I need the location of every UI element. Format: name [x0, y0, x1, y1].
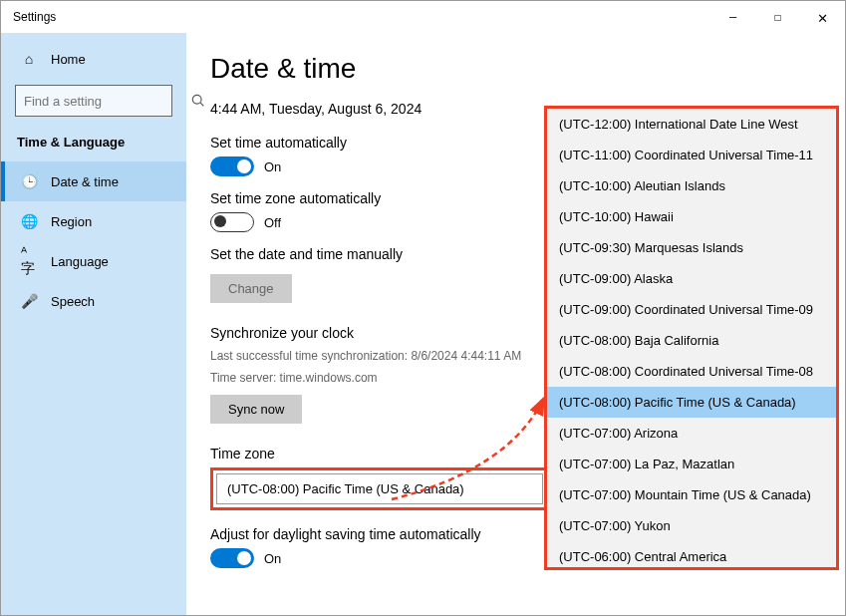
home-nav[interactable]: ⌂ Home	[1, 41, 186, 77]
tz-option[interactable]: (UTC-08:00) Baja California	[547, 325, 836, 356]
sync-now-button[interactable]: Sync now	[210, 395, 302, 424]
close-button[interactable]: ✕	[800, 1, 845, 33]
sidebar-category: Time & Language	[1, 123, 186, 161]
titlebar: Settings — ☐ ✕	[1, 1, 845, 33]
sidebar: ⌂ Home Time & Language 🕒Date & time🌐Regi…	[1, 33, 186, 615]
set-time-auto-state: On	[264, 159, 281, 174]
sidebar-item-label: Speech	[51, 294, 95, 309]
home-icon: ⌂	[21, 51, 37, 67]
set-time-auto-toggle[interactable]	[210, 156, 254, 176]
minimize-button[interactable]: —	[710, 1, 755, 33]
sidebar-item-label: Region	[51, 214, 92, 229]
search-input[interactable]	[24, 94, 191, 109]
tz-option[interactable]: (UTC-08:00) Coordinated Universal Time-0…	[547, 356, 836, 387]
tz-select[interactable]: (UTC-08:00) Pacific Time (US & Canada)	[216, 473, 543, 504]
tz-option[interactable]: (UTC-06:00) Central America	[547, 541, 836, 567]
home-label: Home	[51, 52, 86, 67]
sidebar-item-date-time[interactable]: 🕒Date & time	[1, 161, 186, 201]
language-icon: ᴬ字	[21, 253, 37, 269]
sidebar-item-region[interactable]: 🌐Region	[1, 201, 186, 241]
region-icon: 🌐	[21, 213, 37, 229]
dst-toggle[interactable]	[210, 548, 254, 568]
tz-option[interactable]: (UTC-10:00) Aleutian Islands	[547, 170, 836, 201]
sidebar-item-label: Language	[51, 254, 109, 269]
tz-highlight: (UTC-08:00) Pacific Time (US & Canada)	[210, 467, 549, 510]
date-time-icon: 🕒	[21, 173, 37, 189]
tz-option[interactable]: (UTC-08:00) Pacific Time (US & Canada)	[547, 387, 836, 418]
search-box[interactable]	[15, 85, 172, 117]
tz-dropdown-list[interactable]: (UTC-12:00) International Date Line West…	[547, 109, 836, 567]
sidebar-item-speech[interactable]: 🎤Speech	[1, 281, 186, 321]
tz-dropdown: (UTC-12:00) International Date Line West…	[544, 106, 839, 570]
change-button[interactable]: Change	[210, 274, 292, 303]
window-title: Settings	[13, 10, 56, 24]
tz-option[interactable]: (UTC-07:00) Mountain Time (US & Canada)	[547, 479, 836, 510]
sidebar-item-language[interactable]: ᴬ字Language	[1, 241, 186, 281]
sidebar-item-label: Date & time	[51, 174, 119, 189]
tz-option[interactable]: (UTC-09:30) Marquesas Islands	[547, 232, 836, 263]
page-title: Date & time	[210, 53, 821, 85]
tz-option[interactable]: (UTC-11:00) Coordinated Universal Time-1…	[547, 140, 836, 170]
speech-icon: 🎤	[21, 293, 37, 309]
maximize-button[interactable]: ☐	[755, 1, 800, 33]
set-tz-auto-state: Off	[264, 215, 281, 230]
tz-option[interactable]: (UTC-07:00) Arizona	[547, 418, 836, 449]
tz-option[interactable]: (UTC-07:00) Yukon	[547, 510, 836, 541]
tz-option[interactable]: (UTC-07:00) La Paz, Mazatlan	[547, 449, 836, 479]
dst-state: On	[264, 551, 281, 566]
tz-option[interactable]: (UTC-09:00) Coordinated Universal Time-0…	[547, 294, 836, 325]
tz-option[interactable]: (UTC-09:00) Alaska	[547, 263, 836, 294]
set-tz-auto-toggle[interactable]	[210, 212, 254, 232]
tz-option[interactable]: (UTC-10:00) Hawaii	[547, 201, 836, 232]
tz-option[interactable]: (UTC-12:00) International Date Line West	[547, 109, 836, 140]
